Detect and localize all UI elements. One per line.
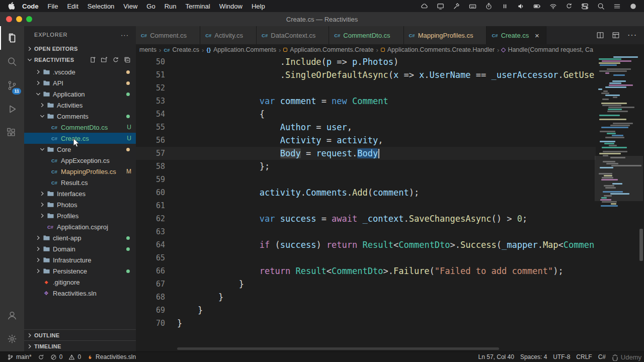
chevron-right-icon[interactable] (34, 234, 42, 241)
status-main[interactable]: main* (4, 353, 35, 360)
line-number[interactable]: 67 (136, 278, 177, 291)
chevron-right-icon[interactable] (38, 190, 46, 197)
status-ln-57-col-40[interactable]: Ln 57, Col 40 (475, 353, 517, 360)
close-icon[interactable]: × (533, 31, 541, 40)
line-number[interactable]: 55 (136, 121, 177, 134)
status-0[interactable]: 0 (47, 353, 66, 360)
code-lines[interactable]: 50 .Include(p => p.Photos)51 .SingleOrDe… (136, 55, 596, 330)
breadcrumb-item-application-comments[interactable]: {}Application.Comments (206, 46, 277, 53)
horizontal-scrollbar[interactable] (177, 347, 499, 350)
breadcrumb-item-create-cs[interactable]: C#Create.cs (163, 46, 200, 53)
code-line[interactable]: 50 .Include(p => p.Photos) (136, 55, 596, 68)
menu-file[interactable]: File (43, 3, 63, 10)
status-reactivities-sln[interactable]: Reactivities.sln (84, 353, 139, 360)
menu-selection[interactable]: Selection (83, 3, 119, 10)
line-number[interactable]: 65 (136, 251, 177, 264)
line-number[interactable]: 63 (136, 225, 177, 238)
tree-item-photos[interactable]: Photos (24, 199, 136, 210)
tree-item-client-app[interactable]: client-app (24, 232, 136, 243)
chevron-right-icon[interactable] (34, 267, 42, 275)
menu-run[interactable]: Run (160, 3, 181, 10)
line-number[interactable]: 51 (136, 68, 177, 81)
chevron-right-icon[interactable] (38, 212, 46, 219)
menu-icon[interactable] (613, 3, 621, 10)
menu-code[interactable]: Code (18, 3, 43, 10)
extensions-icon[interactable] (0, 121, 24, 144)
code-line[interactable]: 59 (136, 173, 596, 186)
explorer-icon[interactable] (0, 26, 24, 50)
code-line[interactable]: 53 var comment = new Comment (136, 95, 596, 108)
refresh-icon[interactable] (566, 3, 573, 10)
tree-item-create-cs[interactable]: C#Create.csU (24, 133, 136, 144)
line-number[interactable]: 64 (136, 238, 177, 251)
code-line[interactable]: 60 activity.Comments.Add(comment); (136, 186, 596, 199)
tree-item-appexception-cs[interactable]: C#AppException.cs (24, 155, 136, 166)
siri-icon[interactable] (629, 3, 637, 10)
tree-item-persistence[interactable]: Persistence (24, 265, 136, 277)
code-line[interactable]: 57 Body = request.Body (136, 147, 596, 160)
line-number[interactable]: 70 (136, 317, 177, 330)
timer-icon[interactable] (485, 3, 493, 10)
code-line[interactable]: 56 Activity = activity, (136, 134, 596, 147)
line-number[interactable]: 57 (136, 147, 177, 160)
workspace-header[interactable]: REACTIVITIES (24, 54, 136, 65)
tab-datacontext-cs[interactable]: C#DataContext.cs (257, 26, 329, 44)
timeline-header[interactable]: TIMELINE (24, 340, 136, 351)
code-line[interactable]: 58 }; (136, 160, 596, 173)
tree-item-application-csproj[interactable]: C#Application.csproj (24, 221, 136, 232)
menu-help[interactable]: Help (247, 3, 270, 10)
chevron-down-icon[interactable] (38, 146, 46, 153)
chevron-down-icon[interactable] (38, 113, 46, 120)
vertical-scrollbar[interactable] (639, 229, 643, 261)
breadcrumb-item-handle-command-request-ca[interactable]: Handle(Command request, Ca (501, 46, 594, 53)
line-number[interactable]: 50 (136, 55, 177, 68)
menu-terminal[interactable]: Terminal (181, 3, 215, 10)
breadcrumb-item-application-comments-create-handler[interactable]: Application.Comments.Create.Handler (380, 46, 495, 53)
tree-item-profiles[interactable]: Profiles (24, 210, 136, 221)
line-number[interactable]: 56 (136, 134, 177, 147)
outline-header[interactable]: OUTLINE (24, 329, 136, 340)
code-line[interactable]: 64 if (success) return Result<CommentDto… (136, 238, 596, 251)
line-number[interactable]: 68 (136, 291, 177, 304)
line-number[interactable]: 54 (136, 108, 177, 121)
tree-item-activities[interactable]: Activities (24, 100, 136, 111)
code-line[interactable]: 62 var success = await _context.SaveChan… (136, 212, 596, 225)
settings-gear-icon[interactable] (0, 327, 24, 350)
status-sync-icon[interactable] (35, 354, 47, 360)
account-icon[interactable] (0, 303, 24, 327)
hammer-icon[interactable] (453, 3, 460, 10)
chevron-right-icon[interactable] (38, 102, 46, 109)
wifi-icon[interactable] (549, 3, 557, 10)
speaker-icon[interactable] (517, 3, 525, 10)
more-actions-icon[interactable]: ··· (627, 31, 637, 40)
tab-create-cs[interactable]: C#Create.cs× (487, 26, 546, 44)
status-crlf[interactable]: CRLF (573, 353, 595, 360)
tree-item-comments[interactable]: Comments (24, 111, 136, 122)
new-file-icon[interactable] (89, 56, 96, 63)
tree-item-core[interactable]: Core (24, 144, 136, 155)
status-c[interactable]: C# (595, 353, 609, 360)
tree-item-application[interactable]: Application (24, 88, 136, 100)
menu-view[interactable]: View (119, 3, 142, 10)
run-debug-icon[interactable] (0, 97, 24, 121)
open-editors-header[interactable]: OPEN EDITORS (24, 43, 136, 54)
chevron-right-icon[interactable] (34, 79, 42, 86)
tree-item-reactivities-sln[interactable]: ❖Reactivities.sln (24, 288, 136, 299)
layout-icon[interactable] (612, 31, 620, 39)
code-line[interactable]: 69 } (136, 304, 596, 317)
tab-comment-cs[interactable]: C#Comment.cs (136, 26, 200, 44)
code-line[interactable]: 67 } (136, 278, 596, 291)
chevron-right-icon[interactable] (34, 68, 42, 75)
chevron-right-icon[interactable] (34, 245, 42, 252)
toggles-icon[interactable] (581, 3, 589, 10)
tab-mappingprofiles-cs[interactable]: C#MappingProfiles.cs (404, 26, 487, 44)
tree-item-interfaces[interactable]: Interfaces (24, 188, 136, 199)
tree-item-gitignore[interactable]: ◆.gitignore (24, 277, 136, 288)
search-icon[interactable] (0, 50, 24, 73)
code-line[interactable]: 52 (136, 81, 596, 95)
code-editor[interactable]: 50 .Include(p => p.Photos)51 .SingleOrDe… (136, 55, 644, 351)
code-line[interactable]: 68 } (136, 291, 596, 304)
minimap[interactable] (597, 56, 638, 209)
tree-item-vscode[interactable]: .vscode (24, 66, 136, 77)
tree-item-infrastructure[interactable]: Infrastructure (24, 254, 136, 265)
